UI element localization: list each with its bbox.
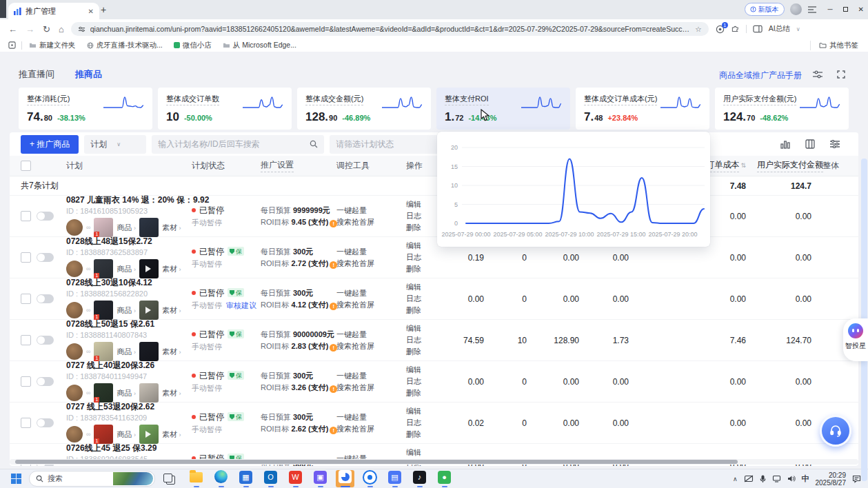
ime-indicator[interactable]: 中 — [802, 474, 809, 484]
touchpad-disabled-icon[interactable] — [744, 475, 754, 482]
edit-link[interactable]: 编辑 — [406, 364, 438, 376]
plan-title[interactable]: 0727 线上40退20保3.26 — [66, 360, 181, 371]
tool-search-link[interactable]: 搜索抢首屏 — [336, 423, 398, 435]
tool-boost-link[interactable]: 一键起量 — [336, 370, 398, 382]
edit-link[interactable]: 编辑 — [406, 447, 438, 458]
product-thumbnail[interactable]: 1 — [94, 425, 113, 444]
log-link[interactable]: 日志 — [406, 210, 438, 222]
column-header-m7[interactable]: 整体 — [822, 160, 839, 172]
plan-title[interactable]: 0728线上48退15保2.72 — [66, 236, 181, 247]
product-thumbnail[interactable]: 1 — [94, 342, 113, 361]
stat-card-1[interactable]: 整体成交订单数10-50.00% — [158, 88, 292, 130]
extensions-puzzle-icon[interactable] — [731, 25, 740, 34]
bookmark-item[interactable]: 从 Microsoft Edge... — [223, 41, 296, 50]
plan-title[interactable]: 0827 儿童雨衣 14% 退：20% 保：9.92 — [66, 195, 181, 205]
row-checkbox[interactable] — [21, 252, 31, 263]
row-enable-toggle[interactable] — [37, 336, 54, 345]
home-icon[interactable]: ⌂ — [59, 24, 64, 34]
delete-link[interactable]: 删除 — [406, 222, 438, 234]
material-thumbnail[interactable] — [139, 425, 159, 444]
taskbar-clock[interactable]: 20:29 2025/8/27 — [816, 471, 847, 487]
delete-link[interactable]: 删除 — [406, 305, 438, 316]
edit-link[interactable]: 编辑 — [406, 199, 438, 210]
plan-type-select[interactable]: 计划 ∨ — [84, 135, 146, 154]
tab-close-icon[interactable]: ✕ — [88, 8, 94, 15]
column-header-tools[interactable]: 调控工具 — [336, 160, 370, 172]
assistant-widget[interactable]: 智投星 — [843, 318, 868, 361]
new-version-badge[interactable]: 新版本 — [745, 3, 785, 16]
taskbar-app-microsoft-store[interactable]: ▦ — [236, 470, 255, 487]
edit-link[interactable]: 编辑 — [406, 323, 438, 334]
forward-icon[interactable]: → — [26, 24, 34, 34]
metrics-chart-icon[interactable] — [777, 136, 794, 152]
tool-search-link[interactable]: 搜索抢首屏 — [336, 258, 398, 270]
log-link[interactable]: 日志 — [406, 334, 438, 346]
tool-search-link[interactable]: 搜索抢首屏 — [336, 340, 398, 352]
window-close-button[interactable]: ✕ — [858, 6, 864, 13]
bookmark-star-icon[interactable]: ☆ — [695, 25, 701, 33]
search-highlight-image[interactable] — [113, 472, 153, 485]
material-link[interactable]: 素材 › — [162, 429, 181, 440]
product-link[interactable]: 商品 › — [117, 347, 136, 357]
microphone-icon[interactable] — [760, 475, 766, 483]
edit-link[interactable]: 编辑 — [406, 405, 438, 417]
tool-search-link[interactable]: 搜索抢首屏 — [336, 382, 398, 394]
start-button[interactable] — [7, 471, 25, 487]
filter-settings-icon[interactable] — [810, 68, 825, 81]
review-suggestion-link[interactable]: 审核建议 — [226, 301, 256, 311]
row-checkbox[interactable] — [21, 376, 31, 387]
column-header-status[interactable]: 计划状态 — [192, 160, 225, 172]
tray-overflow-icon[interactable]: ∧ — [733, 476, 738, 482]
plan-title[interactable]: 0726线上45 退25 保3.29 — [66, 443, 181, 454]
material-link[interactable]: 素材 › — [162, 264, 181, 274]
taskbar-search[interactable]: 搜索 — [29, 471, 155, 487]
column-header-setting[interactable]: 推广设置 — [261, 159, 294, 172]
material-thumbnail[interactable] — [139, 259, 159, 278]
side-panel-icon[interactable] — [753, 25, 763, 33]
edit-link[interactable]: 编辑 — [406, 281, 438, 293]
browser-menu-icon[interactable] — [807, 6, 817, 14]
chevron-down-icon[interactable]: ∨ — [796, 26, 800, 32]
ai-summary-label[interactable]: AI总结 — [769, 24, 790, 34]
stat-card-3[interactable]: 整体支付ROI1.72-14.43% — [436, 88, 570, 130]
plan-title[interactable]: 0728线上30退10保4.12 — [66, 278, 181, 288]
product-link[interactable]: 商品 › — [117, 388, 136, 398]
row-enable-toggle[interactable] — [37, 212, 54, 221]
new-tab-button[interactable]: + — [98, 5, 109, 16]
horizontal-scrollbar[interactable] — [10, 459, 858, 465]
scrollbar-thumb[interactable] — [15, 460, 738, 464]
speaker-icon[interactable] — [787, 475, 796, 482]
row-enable-toggle[interactable] — [37, 418, 54, 427]
tool-boost-link[interactable]: 一键起量 — [336, 287, 398, 299]
customer-service-button[interactable] — [820, 415, 851, 447]
material-thumbnail[interactable] — [139, 218, 159, 237]
promote-product-button[interactable]: + 推广商品 — [21, 135, 79, 154]
column-header-m6[interactable]: 用户实际支付金额 — [757, 159, 823, 172]
page-tab-live-room[interactable]: 推直播间 — [19, 68, 54, 81]
material-thumbnail[interactable] — [139, 301, 159, 320]
page-tab-product[interactable]: 推商品 — [75, 68, 102, 81]
bookmark-item[interactable]: 微信小店 — [174, 41, 212, 50]
row-enable-toggle[interactable] — [37, 377, 54, 386]
edit-link[interactable]: 编辑 — [406, 240, 438, 252]
row-checkbox[interactable] — [21, 418, 31, 428]
product-thumbnail[interactable]: 1 — [94, 259, 113, 278]
row-enable-toggle[interactable] — [37, 294, 54, 303]
campaign-extension-icon[interactable]: 1 — [716, 25, 725, 34]
sort-icon[interactable]: ⇅ — [740, 162, 746, 169]
taskbar-app-douyin[interactable]: ♪ — [410, 470, 429, 487]
log-link[interactable]: 日志 — [406, 417, 438, 429]
row-checkbox[interactable] — [21, 335, 31, 345]
product-link[interactable]: 商品 › — [117, 429, 136, 440]
column-header-plan[interactable]: 计划 — [66, 160, 83, 172]
taskbar-app-wecom[interactable]: ● — [435, 470, 454, 487]
select-all-checkbox[interactable] — [21, 161, 31, 171]
stat-card-5[interactable]: 用户实际支付金额(元)124.70-48.62% — [715, 88, 849, 130]
browser-tab[interactable]: 推广管理 ✕ — [8, 3, 99, 19]
log-link[interactable]: 日志 — [406, 252, 438, 263]
taskbar-app-edge-browser[interactable] — [212, 470, 230, 487]
custom-columns-icon[interactable] — [802, 136, 818, 152]
back-icon[interactable]: ← — [8, 24, 17, 34]
tool-search-link[interactable]: 搜索抢首屏 — [336, 299, 398, 311]
product-link[interactable]: 商品 › — [117, 264, 136, 274]
